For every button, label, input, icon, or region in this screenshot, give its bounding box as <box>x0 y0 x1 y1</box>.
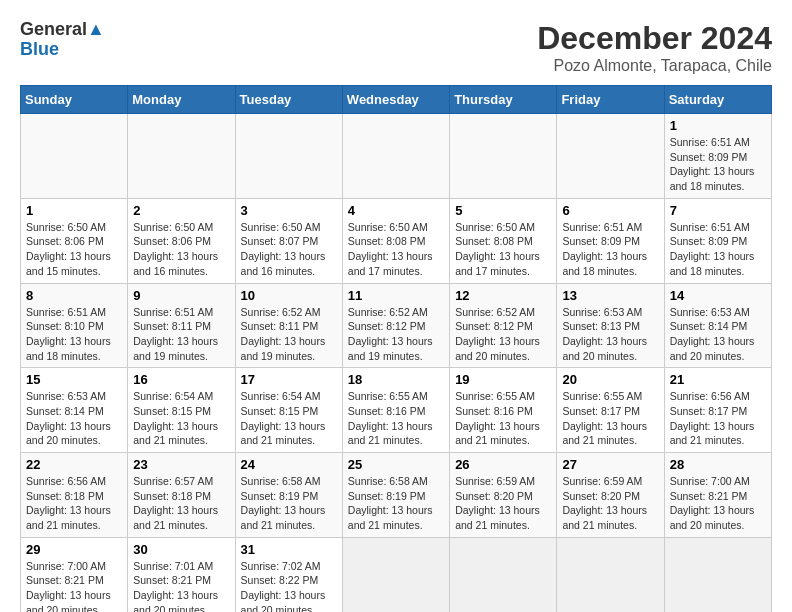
calendar-cell: 9Sunrise: 6:51 AMSunset: 8:11 PMDaylight… <box>128 283 235 368</box>
calendar-cell: 20Sunrise: 6:55 AMSunset: 8:17 PMDayligh… <box>557 368 664 453</box>
day-info: Sunrise: 6:52 AMSunset: 8:12 PMDaylight:… <box>348 305 444 364</box>
column-header-monday: Monday <box>128 86 235 114</box>
day-info: Sunrise: 7:01 AMSunset: 8:21 PMDaylight:… <box>133 559 229 612</box>
week-row-6: 29Sunrise: 7:00 AMSunset: 8:21 PMDayligh… <box>21 537 772 612</box>
week-row-1: 1Sunrise: 6:51 AMSunset: 8:09 PMDaylight… <box>21 114 772 199</box>
week-row-2: 1Sunrise: 6:50 AMSunset: 8:06 PMDaylight… <box>21 198 772 283</box>
column-header-wednesday: Wednesday <box>342 86 449 114</box>
day-number: 28 <box>670 457 766 472</box>
calendar-cell: 13Sunrise: 6:53 AMSunset: 8:13 PMDayligh… <box>557 283 664 368</box>
day-number: 8 <box>26 288 122 303</box>
day-number: 6 <box>562 203 658 218</box>
day-info: Sunrise: 6:51 AMSunset: 8:11 PMDaylight:… <box>133 305 229 364</box>
main-title: December 2024 <box>537 20 772 57</box>
day-info: Sunrise: 6:50 AMSunset: 8:06 PMDaylight:… <box>133 220 229 279</box>
day-info: Sunrise: 6:50 AMSunset: 8:08 PMDaylight:… <box>348 220 444 279</box>
day-number: 16 <box>133 372 229 387</box>
calendar-cell: 24Sunrise: 6:58 AMSunset: 8:19 PMDayligh… <box>235 453 342 538</box>
day-number: 20 <box>562 372 658 387</box>
calendar-cell: 1Sunrise: 6:51 AMSunset: 8:09 PMDaylight… <box>664 114 771 199</box>
day-info: Sunrise: 6:50 AMSunset: 8:08 PMDaylight:… <box>455 220 551 279</box>
calendar-cell: 21Sunrise: 6:56 AMSunset: 8:17 PMDayligh… <box>664 368 771 453</box>
day-info: Sunrise: 6:56 AMSunset: 8:17 PMDaylight:… <box>670 389 766 448</box>
day-info: Sunrise: 6:53 AMSunset: 8:14 PMDaylight:… <box>26 389 122 448</box>
page-header: General▲ Blue December 2024 Pozo Almonte… <box>20 20 772 75</box>
day-number: 22 <box>26 457 122 472</box>
calendar-cell: 3Sunrise: 6:50 AMSunset: 8:07 PMDaylight… <box>235 198 342 283</box>
calendar-cell: 11Sunrise: 6:52 AMSunset: 8:12 PMDayligh… <box>342 283 449 368</box>
day-info: Sunrise: 6:51 AMSunset: 8:09 PMDaylight:… <box>670 135 766 194</box>
day-info: Sunrise: 6:58 AMSunset: 8:19 PMDaylight:… <box>241 474 337 533</box>
day-info: Sunrise: 6:59 AMSunset: 8:20 PMDaylight:… <box>455 474 551 533</box>
day-number: 4 <box>348 203 444 218</box>
calendar-cell: 30Sunrise: 7:01 AMSunset: 8:21 PMDayligh… <box>128 537 235 612</box>
day-info: Sunrise: 6:50 AMSunset: 8:06 PMDaylight:… <box>26 220 122 279</box>
day-info: Sunrise: 6:55 AMSunset: 8:17 PMDaylight:… <box>562 389 658 448</box>
column-header-saturday: Saturday <box>664 86 771 114</box>
column-header-sunday: Sunday <box>21 86 128 114</box>
day-number: 12 <box>455 288 551 303</box>
calendar-cell: 27Sunrise: 6:59 AMSunset: 8:20 PMDayligh… <box>557 453 664 538</box>
day-info: Sunrise: 7:00 AMSunset: 8:21 PMDaylight:… <box>26 559 122 612</box>
calendar-cell <box>450 114 557 199</box>
day-info: Sunrise: 6:52 AMSunset: 8:11 PMDaylight:… <box>241 305 337 364</box>
day-number: 5 <box>455 203 551 218</box>
calendar-cell: 2Sunrise: 6:50 AMSunset: 8:06 PMDaylight… <box>128 198 235 283</box>
day-number: 18 <box>348 372 444 387</box>
subtitle: Pozo Almonte, Tarapaca, Chile <box>537 57 772 75</box>
week-row-5: 22Sunrise: 6:56 AMSunset: 8:18 PMDayligh… <box>21 453 772 538</box>
logo: General▲ Blue <box>20 20 105 60</box>
day-number: 17 <box>241 372 337 387</box>
calendar-cell <box>557 114 664 199</box>
day-info: Sunrise: 6:51 AMSunset: 8:09 PMDaylight:… <box>670 220 766 279</box>
day-number: 3 <box>241 203 337 218</box>
day-info: Sunrise: 6:57 AMSunset: 8:18 PMDaylight:… <box>133 474 229 533</box>
day-number: 10 <box>241 288 337 303</box>
calendar-cell: 12Sunrise: 6:52 AMSunset: 8:12 PMDayligh… <box>450 283 557 368</box>
calendar-cell <box>664 537 771 612</box>
day-number: 2 <box>133 203 229 218</box>
calendar-cell: 18Sunrise: 6:55 AMSunset: 8:16 PMDayligh… <box>342 368 449 453</box>
calendar-cell: 26Sunrise: 6:59 AMSunset: 8:20 PMDayligh… <box>450 453 557 538</box>
day-info: Sunrise: 6:58 AMSunset: 8:19 PMDaylight:… <box>348 474 444 533</box>
day-number: 23 <box>133 457 229 472</box>
day-number: 1 <box>670 118 766 133</box>
calendar-cell <box>342 114 449 199</box>
week-row-3: 8Sunrise: 6:51 AMSunset: 8:10 PMDaylight… <box>21 283 772 368</box>
calendar-cell: 6Sunrise: 6:51 AMSunset: 8:09 PMDaylight… <box>557 198 664 283</box>
calendar-cell: 16Sunrise: 6:54 AMSunset: 8:15 PMDayligh… <box>128 368 235 453</box>
day-info: Sunrise: 6:54 AMSunset: 8:15 PMDaylight:… <box>133 389 229 448</box>
day-number: 1 <box>26 203 122 218</box>
calendar-cell: 15Sunrise: 6:53 AMSunset: 8:14 PMDayligh… <box>21 368 128 453</box>
calendar-cell: 1Sunrise: 6:50 AMSunset: 8:06 PMDaylight… <box>21 198 128 283</box>
day-info: Sunrise: 6:55 AMSunset: 8:16 PMDaylight:… <box>455 389 551 448</box>
day-number: 19 <box>455 372 551 387</box>
day-number: 7 <box>670 203 766 218</box>
day-info: Sunrise: 6:54 AMSunset: 8:15 PMDaylight:… <box>241 389 337 448</box>
calendar-cell: 5Sunrise: 6:50 AMSunset: 8:08 PMDaylight… <box>450 198 557 283</box>
day-number: 21 <box>670 372 766 387</box>
day-info: Sunrise: 6:53 AMSunset: 8:14 PMDaylight:… <box>670 305 766 364</box>
day-info: Sunrise: 6:52 AMSunset: 8:12 PMDaylight:… <box>455 305 551 364</box>
calendar-cell: 8Sunrise: 6:51 AMSunset: 8:10 PMDaylight… <box>21 283 128 368</box>
calendar-cell <box>235 114 342 199</box>
calendar-cell: 10Sunrise: 6:52 AMSunset: 8:11 PMDayligh… <box>235 283 342 368</box>
day-info: Sunrise: 6:53 AMSunset: 8:13 PMDaylight:… <box>562 305 658 364</box>
calendar-cell: 29Sunrise: 7:00 AMSunset: 8:21 PMDayligh… <box>21 537 128 612</box>
calendar-cell: 19Sunrise: 6:55 AMSunset: 8:16 PMDayligh… <box>450 368 557 453</box>
day-number: 26 <box>455 457 551 472</box>
column-header-friday: Friday <box>557 86 664 114</box>
day-number: 11 <box>348 288 444 303</box>
day-number: 13 <box>562 288 658 303</box>
calendar-cell <box>450 537 557 612</box>
calendar-cell: 22Sunrise: 6:56 AMSunset: 8:18 PMDayligh… <box>21 453 128 538</box>
column-header-tuesday: Tuesday <box>235 86 342 114</box>
calendar-cell: 25Sunrise: 6:58 AMSunset: 8:19 PMDayligh… <box>342 453 449 538</box>
calendar-cell: 7Sunrise: 6:51 AMSunset: 8:09 PMDaylight… <box>664 198 771 283</box>
day-info: Sunrise: 6:59 AMSunset: 8:20 PMDaylight:… <box>562 474 658 533</box>
day-info: Sunrise: 7:00 AMSunset: 8:21 PMDaylight:… <box>670 474 766 533</box>
day-info: Sunrise: 6:56 AMSunset: 8:18 PMDaylight:… <box>26 474 122 533</box>
title-block: December 2024 Pozo Almonte, Tarapaca, Ch… <box>537 20 772 75</box>
day-info: Sunrise: 6:51 AMSunset: 8:09 PMDaylight:… <box>562 220 658 279</box>
calendar-cell <box>21 114 128 199</box>
